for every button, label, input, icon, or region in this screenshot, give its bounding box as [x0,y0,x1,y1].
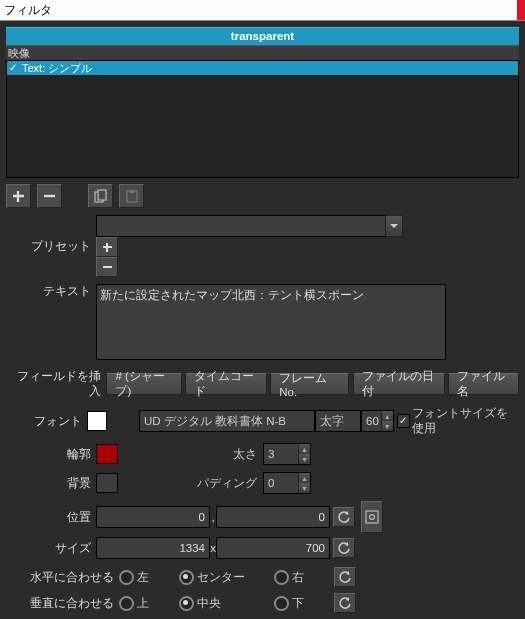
insert-sharp-button[interactable]: # (シャープ) [106,373,182,395]
filter-list[interactable]: Text: シンプル [6,61,519,178]
font-family-dropdown[interactable]: UD デジタル 教科書体 N-B [139,410,315,432]
svg-rect-1 [98,190,106,200]
reset-valign-button[interactable] [334,593,356,613]
padding-spinner[interactable]: 0▲▼ [263,472,311,494]
copy-button[interactable] [88,184,113,208]
insert-filename-button[interactable]: ファイル名 [448,373,519,395]
outline-label: 輪郭 [6,447,96,462]
font-weight-dropdown[interactable]: 太字 [315,410,361,432]
size-w-input[interactable]: 1334 [96,537,210,559]
halign-left-radio[interactable] [119,570,134,585]
halign-right-radio[interactable] [274,570,289,585]
fit-button[interactable] [361,501,383,533]
reset-position-button[interactable] [333,507,355,527]
svg-point-5 [370,515,375,520]
insert-label: フィールドを挿入 [6,369,106,399]
valign-top-radio[interactable] [119,596,134,611]
close-icon[interactable] [517,0,525,20]
valign-bottom-radio[interactable] [274,596,289,611]
insert-timecode-button[interactable]: タイムコード [185,373,267,395]
position-y-input[interactable]: 0 [216,506,330,528]
preset-dropdown[interactable] [96,215,385,237]
chevron-down-icon[interactable] [385,215,403,237]
svg-rect-4 [366,511,378,523]
remove-button[interactable] [37,184,62,208]
font-color-swatch[interactable] [87,411,107,431]
text-input[interactable]: 新たに設定されたマップ北西：テント横スポーン [96,284,446,360]
thickness-spinner[interactable]: 3▲▼ [263,443,311,465]
reset-halign-button[interactable] [334,567,356,587]
title-bar: フィルタ [0,0,525,21]
outline-color-swatch[interactable] [96,444,118,464]
thickness-label: 太さ [207,447,263,462]
font-size-spinner[interactable]: 60▲▼ [361,410,394,432]
list-toolbar [6,184,519,208]
background-color-swatch[interactable] [96,473,118,493]
preset-remove-button[interactable] [96,257,118,277]
font-label: フォント [6,414,87,429]
insert-frame-button[interactable]: フレーム No. [270,373,349,395]
source-name: transparent [6,27,519,45]
background-label: 背景 [6,476,96,491]
add-button[interactable] [6,184,31,208]
position-x-input[interactable]: 0 [96,506,210,528]
valign-label: 垂直に合わせる [6,596,119,611]
preset-label: プリセット [6,239,96,254]
use-font-size-checkbox[interactable]: ✓ [397,414,410,428]
svg-rect-3 [130,190,134,193]
check-icon[interactable] [9,63,19,73]
halign-center-radio[interactable] [179,570,194,585]
panel-body: transparent 映像 Text: シンプル プリセット テキスト 新たに… [0,21,525,613]
section-video: 映像 [6,45,519,61]
list-item[interactable]: Text: シンプル [7,61,518,75]
preset-add-button[interactable] [96,237,118,257]
list-item-label: Text: シンプル [22,61,92,75]
window-title: フィルタ [4,3,52,17]
text-label: テキスト [6,284,96,299]
reset-size-button[interactable] [333,538,355,558]
padding-label: パディング [182,476,263,491]
use-font-size-label: フォントサイズを使用 [412,406,519,436]
halign-label: 水平に合わせる [6,570,119,585]
size-label: サイズ [6,541,96,556]
size-h-input[interactable]: 700 [216,537,330,559]
insert-filedate-button[interactable]: ファイルの日付 [353,373,445,395]
position-label: 位置 [6,510,96,525]
valign-middle-radio[interactable] [179,596,194,611]
paste-button[interactable] [119,184,144,208]
